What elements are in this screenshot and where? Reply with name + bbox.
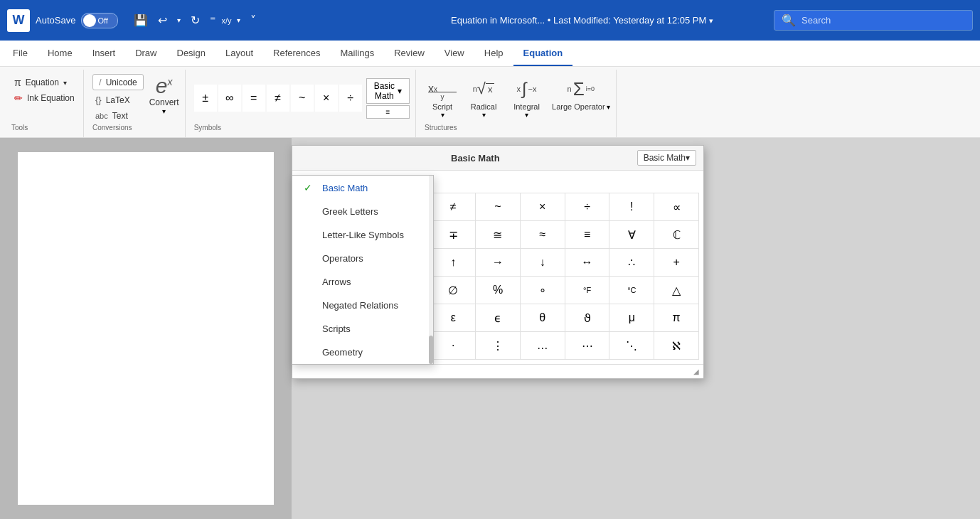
- menu-review[interactable]: Review: [384, 41, 435, 66]
- undo-button[interactable]: ↩: [154, 11, 171, 30]
- check-icon: ✓: [304, 182, 315, 193]
- sym-div[interactable]: ÷: [339, 85, 362, 112]
- sym-times[interactable]: ×: [315, 85, 338, 112]
- sym-53[interactable]: ⋱: [609, 332, 654, 359]
- sym-35[interactable]: °C: [609, 277, 654, 304]
- dropdown-letter-like-label: Letter-Like Symbols: [322, 230, 404, 240]
- menu-draw[interactable]: Draw: [125, 41, 166, 66]
- sym-13[interactable]: ∓: [431, 221, 475, 248]
- sym-8[interactable]: !: [609, 193, 654, 220]
- latex-btn[interactable]: {} LaTeX: [92, 93, 144, 107]
- menu-layout[interactable]: Layout: [215, 41, 263, 66]
- sym-51[interactable]: …: [521, 332, 565, 359]
- menu-file[interactable]: File: [3, 41, 38, 66]
- sym-54[interactable]: ℵ: [654, 332, 698, 359]
- sym-45[interactable]: π: [654, 304, 698, 331]
- radical-btn[interactable]: n√x Radical ▾: [466, 75, 501, 119]
- sym-22[interactable]: ↑: [431, 249, 475, 276]
- text-btn[interactable]: abc Text: [92, 109, 144, 122]
- script-symbol: xx y: [428, 75, 457, 102]
- sym-32[interactable]: %: [476, 277, 520, 304]
- dropdown-scripts[interactable]: Scripts: [292, 317, 433, 341]
- search-input[interactable]: [801, 15, 958, 26]
- eq-category-dropdown[interactable]: Basic Math▾: [637, 150, 696, 166]
- sym-tilde[interactable]: ~: [291, 85, 314, 112]
- script-btn[interactable]: xx y Script ▾: [425, 75, 460, 119]
- search-box[interactable]: 🔍: [774, 10, 973, 31]
- sym-25[interactable]: ↔: [565, 249, 609, 276]
- sym-50[interactable]: ⋮: [476, 332, 520, 359]
- sym-18[interactable]: ℂ: [654, 221, 698, 248]
- sym-15[interactable]: ≈: [521, 221, 565, 248]
- sym-36[interactable]: △: [654, 277, 698, 304]
- dropdown-scrollbar[interactable]: [429, 176, 433, 364]
- sym-33[interactable]: ∘: [521, 277, 565, 304]
- sym-equals[interactable]: =: [243, 85, 265, 112]
- sym-31[interactable]: ∅: [431, 277, 475, 304]
- menu-mailings[interactable]: Mailings: [331, 41, 385, 66]
- symbols-expand-btn[interactable]: ≡: [366, 105, 410, 119]
- fraction-dropdown[interactable]: ▾: [233, 14, 245, 27]
- menu-design[interactable]: Design: [167, 41, 215, 66]
- sym-40[interactable]: ε: [431, 304, 475, 331]
- unicode-btn[interactable]: / Unicode: [92, 74, 144, 90]
- menu-view[interactable]: View: [435, 41, 474, 66]
- radical-label: Radical: [471, 102, 497, 111]
- menu-insert[interactable]: Insert: [82, 41, 126, 66]
- sym-4[interactable]: ≠: [431, 193, 475, 220]
- sym-14[interactable]: ≅: [476, 221, 520, 248]
- sym-infinity[interactable]: ∞: [218, 85, 241, 112]
- sym-7[interactable]: ÷: [565, 193, 609, 220]
- document-title: Equation in Microsoft... • Last Modified…: [390, 15, 774, 26]
- unicode-slash-icon: /: [99, 77, 102, 87]
- large-operator-label: Large Operator: [552, 102, 605, 111]
- large-operator-arrow-icon: ▾: [607, 103, 610, 111]
- dropdown-operators[interactable]: Operators: [292, 247, 433, 270]
- save-button[interactable]: 💾: [129, 11, 152, 30]
- basic-math-dropdown-btn[interactable]: Basic Math ▾: [366, 78, 410, 104]
- sym-42[interactable]: θ: [521, 304, 565, 331]
- dropdown-letter-like[interactable]: Letter-Like Symbols: [292, 223, 433, 247]
- undo-dropdown-button[interactable]: ▾: [173, 14, 185, 27]
- sym-26[interactable]: ∴: [609, 249, 654, 276]
- sym-23[interactable]: →: [476, 249, 520, 276]
- sym-9[interactable]: ∝: [654, 193, 698, 220]
- dropdown-negated-relations[interactable]: Negated Relations: [292, 294, 433, 317]
- equation-tool-btn[interactable]: π Equation ▾: [11, 75, 70, 90]
- sym-27[interactable]: +: [654, 249, 698, 276]
- more-button[interactable]: ˅: [246, 11, 260, 30]
- sym-5[interactable]: ~: [476, 193, 520, 220]
- customize-button[interactable]: ⁼: [206, 11, 220, 30]
- menu-equation[interactable]: Equation: [513, 41, 573, 66]
- sym-34[interactable]: °F: [565, 277, 609, 304]
- integral-btn[interactable]: x ∫ −x Integral ▾: [507, 75, 546, 119]
- undo-redo-group: 💾 ↩ ▾ ↻ ⁼ x/y ▾ ˅: [129, 11, 260, 30]
- ink-equation-btn[interactable]: ✏ Ink Equation: [11, 91, 78, 105]
- basic-math-arrow-icon: ▾: [398, 86, 402, 96]
- sym-24[interactable]: ↓: [521, 249, 565, 276]
- sym-16[interactable]: ≡: [565, 221, 609, 248]
- dropdown-geometry[interactable]: Geometry: [292, 341, 433, 364]
- dropdown-greek-letters[interactable]: Greek Letters: [292, 200, 433, 223]
- sym-neq[interactable]: ≠: [267, 85, 289, 112]
- sym-44[interactable]: μ: [609, 304, 654, 331]
- sym-43[interactable]: ϑ: [565, 304, 609, 331]
- autosave-toggle[interactable]: Off: [81, 13, 118, 28]
- dropdown-arrows[interactable]: Arrows: [292, 270, 433, 294]
- convert-icon: ex: [156, 74, 173, 97]
- redo-button[interactable]: ↻: [186, 11, 204, 30]
- doc-page: [18, 152, 274, 505]
- convert-btn[interactable]: ex Convert ▾: [149, 74, 179, 115]
- resize-handle-icon[interactable]: ◢: [693, 368, 699, 375]
- menu-home[interactable]: Home: [38, 41, 82, 66]
- sym-41[interactable]: ϵ: [476, 304, 520, 331]
- dropdown-basic-math[interactable]: ✓ Basic Math: [292, 176, 433, 200]
- menu-help[interactable]: Help: [474, 41, 513, 66]
- menu-references[interactable]: References: [263, 41, 330, 66]
- sym-6[interactable]: ×: [521, 193, 565, 220]
- sym-plus-minus[interactable]: ±: [194, 85, 217, 112]
- sym-49[interactable]: ·: [431, 332, 475, 359]
- large-operator-btn[interactable]: n Σ i=0 Large Operator ▾: [552, 75, 610, 111]
- sym-17[interactable]: ∀: [609, 221, 654, 248]
- sym-52[interactable]: ⋯: [565, 332, 609, 359]
